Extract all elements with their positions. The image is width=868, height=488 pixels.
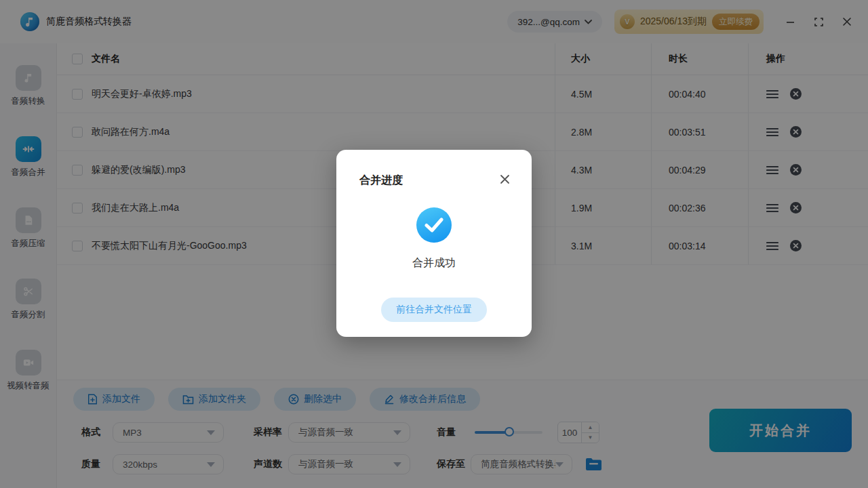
dialog-title: 合并进度 [359, 174, 403, 188]
app-window: 简鹿音频格式转换器 392...@qq.com V 2025/06/13到期 立… [0, 0, 868, 488]
dialog-close-icon[interactable] [500, 174, 510, 184]
go-to-merged-file-button[interactable]: 前往合并文件位置 [381, 298, 487, 322]
merge-progress-dialog: 合并进度 合并成功 前往合并文件位置 [336, 150, 532, 337]
merge-status-text: 合并成功 [336, 256, 532, 270]
success-check-icon [416, 207, 452, 243]
